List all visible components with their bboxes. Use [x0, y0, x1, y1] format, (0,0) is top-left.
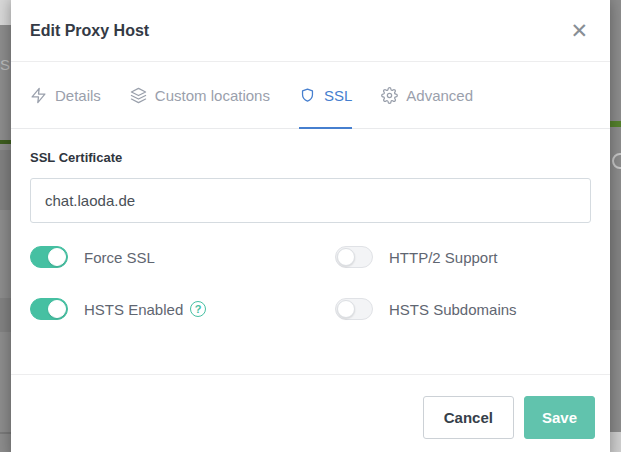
hsts-subdomains-label: HSTS Subdomains — [389, 301, 517, 318]
hsts-enabled-toggle[interactable] — [30, 298, 68, 320]
backdrop-fragment — [0, 140, 11, 144]
force-ssl-label: Force SSL — [84, 249, 155, 266]
tab-label: Details — [55, 87, 101, 104]
modal-title: Edit Proxy Host — [30, 22, 149, 40]
modal-footer: Cancel Save — [11, 374, 610, 452]
layers-icon — [130, 87, 147, 104]
close-icon[interactable]: ✕ — [570, 20, 588, 41]
tab-label: Advanced — [406, 87, 473, 104]
tab-advanced[interactable]: Advanced — [381, 62, 473, 128]
force-ssl-row: Force SSL — [30, 246, 335, 268]
tab-label: Custom locations — [155, 87, 270, 104]
toggle-knob — [337, 248, 355, 266]
hsts-subdomains-toggle[interactable] — [335, 298, 373, 320]
tab-ssl[interactable]: SSL — [299, 62, 352, 128]
edit-proxy-host-modal: Edit Proxy Host ✕ Details Custom locatio… — [11, 0, 610, 452]
http2-support-row: HTTP/2 Support — [335, 246, 591, 268]
backdrop-text-fragment: SL — [0, 56, 11, 73]
backdrop-fragment — [0, 432, 11, 434]
zap-icon — [30, 87, 47, 104]
shield-icon — [299, 87, 316, 104]
backdrop-fragment — [610, 121, 621, 127]
gear-icon — [381, 87, 398, 104]
ssl-certificate-label: SSL Certificate — [30, 150, 591, 165]
hsts-enabled-label: HSTS Enabled — [84, 301, 183, 318]
modal-body: SSL Certificate Force SSL HTTP/2 Support… — [11, 129, 610, 374]
backdrop-fragment — [610, 432, 621, 452]
toggle-knob — [48, 248, 66, 266]
tab-bar: Details Custom locations SSL — [11, 62, 610, 129]
toggle-grid: Force SSL HTTP/2 Support HSTS Enabled ? … — [30, 246, 591, 320]
backdrop-fragment — [0, 298, 11, 332]
save-button[interactable]: Save — [524, 396, 595, 439]
backdrop-fragment — [612, 153, 621, 169]
screen: SL Edit Proxy Host ✕ Details — [0, 0, 621, 452]
tab-details[interactable]: Details — [30, 62, 101, 128]
tab-custom-locations[interactable]: Custom locations — [130, 62, 270, 128]
help-icon[interactable]: ? — [190, 301, 206, 317]
backdrop-fragment — [0, 150, 11, 210]
tab-label: SSL — [324, 87, 352, 104]
http2-support-toggle[interactable] — [335, 246, 373, 268]
toggle-knob — [337, 300, 355, 318]
cancel-button[interactable]: Cancel — [423, 396, 514, 439]
http2-support-label: HTTP/2 Support — [389, 249, 497, 266]
backdrop-fragment — [610, 210, 621, 330]
toggle-knob — [48, 300, 66, 318]
backdrop-fragment — [0, 0, 11, 25]
modal-header: Edit Proxy Host ✕ — [11, 0, 610, 62]
ssl-certificate-input[interactable] — [30, 178, 591, 223]
force-ssl-toggle[interactable] — [30, 246, 68, 268]
hsts-subdomains-row: HSTS Subdomains — [335, 298, 591, 320]
hsts-enabled-row: HSTS Enabled ? — [30, 298, 335, 320]
